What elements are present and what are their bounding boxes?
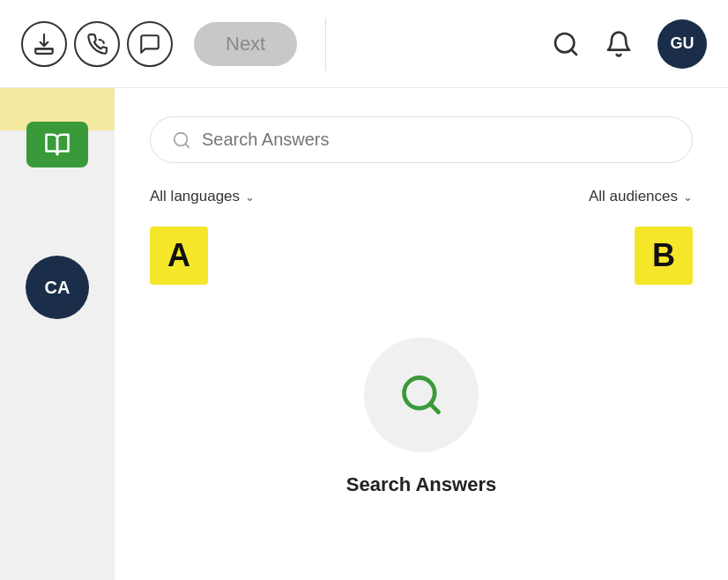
empty-state: Search Answers (150, 338, 693, 496)
svg-line-6 (430, 404, 438, 412)
bell-icon (605, 30, 633, 58)
label-b-button[interactable]: B (635, 227, 693, 285)
search-bar-icon (172, 130, 191, 150)
main-content: All languages ⌄ All audiences ⌄ A B Sear… (115, 88, 728, 580)
svg-line-4 (185, 144, 189, 147)
audiences-filter[interactable]: All audiences ⌄ (589, 188, 693, 205)
svg-line-2 (571, 49, 576, 55)
search-button[interactable] (552, 30, 580, 58)
notifications-button[interactable] (605, 30, 633, 58)
main-layout: CA All languages ⌄ All audiences ⌄ A (0, 88, 728, 580)
download-button[interactable] (21, 21, 67, 67)
audiences-chevron-icon: ⌄ (683, 190, 693, 204)
empty-state-title: Search Answers (346, 473, 496, 496)
phone-button[interactable] (74, 21, 120, 67)
labels-row: A B (150, 227, 693, 285)
languages-label: All languages (150, 188, 240, 205)
search-input[interactable] (202, 130, 671, 150)
download-icon (33, 33, 56, 56)
header-right-actions: GU (552, 19, 707, 69)
search-bar[interactable] (150, 116, 693, 163)
filters-row: All languages ⌄ All audiences ⌄ (150, 188, 693, 205)
audiences-label: All audiences (589, 188, 678, 205)
languages-filter[interactable]: All languages ⌄ (150, 188, 255, 205)
user-avatar[interactable]: GU (657, 19, 707, 69)
next-button[interactable]: Next (194, 22, 297, 66)
empty-search-circle (364, 338, 479, 452)
empty-search-icon (398, 372, 444, 418)
search-icon (552, 30, 580, 58)
header-icon-group (21, 21, 173, 67)
chat-icon (138, 33, 161, 56)
book-button[interactable] (26, 122, 88, 167)
header: Next GU (0, 0, 728, 88)
header-divider (325, 18, 326, 71)
label-a-button[interactable]: A (150, 227, 208, 285)
ca-avatar[interactable]: CA (26, 256, 89, 319)
languages-chevron-icon: ⌄ (245, 190, 255, 204)
phone-icon (85, 33, 108, 56)
chat-button[interactable] (127, 21, 173, 67)
sidebar: CA (0, 88, 115, 580)
book-icon (44, 131, 71, 158)
